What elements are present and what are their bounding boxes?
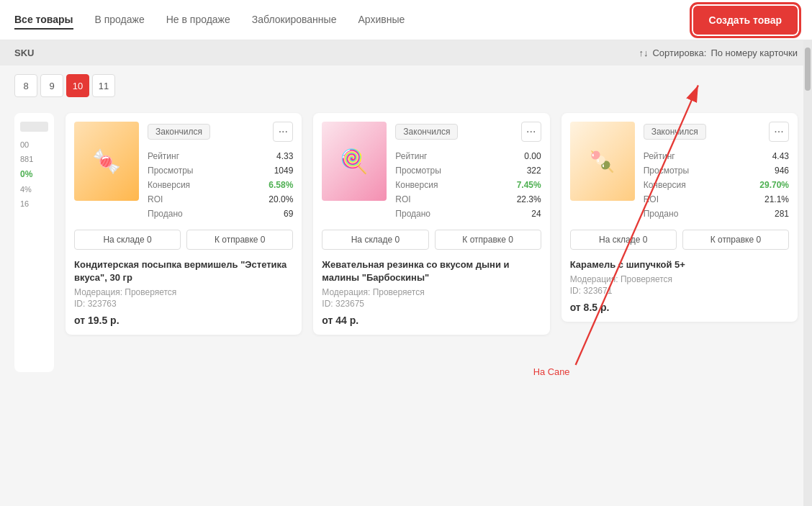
stat-rating-2: Рейтинг 0.00 <box>395 149 541 163</box>
scrollbar[interactable] <box>803 40 812 506</box>
sort-control[interactable]: ↑↓ Сортировка: По номеру карточки <box>639 48 798 58</box>
stub-text-4: 4% <box>20 185 48 194</box>
sku-label: SKU <box>14 48 34 58</box>
roi-value-2: 22.3% <box>517 194 541 204</box>
tab-not-on-sale[interactable]: Не в продаже <box>166 11 230 30</box>
page-10[interactable]: 10 <box>66 74 89 97</box>
sort-icon: ↑↓ <box>639 48 648 58</box>
conversion-label-2: Конверсия <box>395 180 438 190</box>
conversion-label-1: Конверсия <box>148 180 190 190</box>
tab-on-sale[interactable]: В продаже <box>95 11 145 30</box>
product-name-1: Кондитерская посыпка вермишель "Эстетика… <box>74 258 293 284</box>
product-price-2: от 44 р. <box>322 315 541 326</box>
pagination: 8 9 10 11 <box>0 65 812 106</box>
product-id-2: ID: 323675 <box>322 299 541 309</box>
sold-label-3: Продано <box>644 209 679 219</box>
sort-label: Сортировка: <box>652 48 706 58</box>
card-header-1: Закончился ··· <box>148 122 293 142</box>
status-badge-1: Закончился <box>148 124 210 140</box>
stat-rating-3: Рейтинг 4.43 <box>644 149 789 163</box>
create-product-button[interactable]: Создать товар <box>693 6 798 35</box>
more-button-2[interactable]: ··· <box>521 122 541 142</box>
page-11[interactable]: 11 <box>92 74 115 97</box>
product-image-2 <box>322 122 387 201</box>
sold-value-2: 24 <box>531 209 541 219</box>
rating-value-3: 4.43 <box>772 151 789 161</box>
page-8[interactable]: 8 <box>14 74 37 97</box>
scrollbar-thumb[interactable] <box>805 48 811 91</box>
warehouse-row-2: На складе 0 К отправке 0 <box>322 230 541 250</box>
stub-text-2: 881 <box>20 155 48 163</box>
stat-roi-2: ROI 22.3% <box>395 192 541 207</box>
card-top-2: Закончился ··· Рейтинг 0.00 Просмотры 32… <box>322 122 541 221</box>
left-stub-column: 00 881 0% 4% 16 <box>14 113 54 372</box>
product-id-3: ID: 323671 <box>570 286 789 296</box>
more-button-1[interactable]: ··· <box>273 122 293 142</box>
roi-value-1: 20.0% <box>269 194 293 204</box>
roi-label-2: ROI <box>395 194 410 204</box>
warehouse-button-3[interactable]: На складе 0 <box>570 230 677 250</box>
product-price-1: от 19.5 р. <box>74 315 293 326</box>
sold-value-1: 69 <box>284 209 293 219</box>
sort-bar: SKU ↑↓ Сортировка: По номеру карточки <box>0 40 812 65</box>
moderation-text-2: Модерация: Проверяется <box>322 287 541 297</box>
products-area: 00 881 0% 4% 16 Закончился ··· Рей <box>0 106 812 387</box>
moderation-text-3: Модерация: Проверяется <box>570 274 789 284</box>
views-value-2: 322 <box>527 166 541 176</box>
stat-rating-1: Рейтинг 4.33 <box>148 149 293 163</box>
stat-conversion-3: Конверсия 29.70% <box>644 178 789 192</box>
page-9[interactable]: 9 <box>40 74 63 97</box>
stat-sold-3: Продано 281 <box>644 207 789 221</box>
card-stats-3: Закончился ··· Рейтинг 4.43 Просмотры 94… <box>644 122 789 221</box>
roi-value-3: 21.1% <box>764 194 789 204</box>
more-button-3[interactable]: ··· <box>769 122 789 142</box>
rating-label-2: Рейтинг <box>395 151 427 161</box>
conversion-value-2: 7.45% <box>517 180 541 190</box>
status-badge-3: Закончился <box>644 124 706 140</box>
top-nav: Все товары В продаже Не в продаже Заблок… <box>0 0 812 40</box>
tab-all[interactable]: Все товары <box>14 11 73 30</box>
warehouse-button-2[interactable]: На складе 0 <box>322 230 428 250</box>
rating-label-1: Рейтинг <box>148 151 179 161</box>
nav-tabs: Все товары В продаже Не в продаже Заблок… <box>14 11 693 30</box>
views-value-1: 1049 <box>274 166 294 176</box>
rating-value-2: 0.00 <box>524 151 541 161</box>
tab-blocked[interactable]: Заблокированные <box>252 11 337 30</box>
tab-archive[interactable]: Архивные <box>358 11 405 30</box>
stat-sold-2: Продано 24 <box>395 207 541 221</box>
product-image-1 <box>74 122 139 201</box>
stub-text-1: 00 <box>20 140 48 149</box>
card-top-3: Закончился ··· Рейтинг 4.43 Просмотры 94… <box>570 122 789 221</box>
warehouse-row-1: На складе 0 К отправке 0 <box>74 230 293 250</box>
card-stats-1: Закончился ··· Рейтинг 4.33 Просмотры 10… <box>148 122 293 221</box>
product-name-3: Карамель с шипучкой 5+ <box>570 258 789 271</box>
main-content: SKU ↑↓ Сортировка: По номеру карточки 8 … <box>0 40 812 506</box>
shipping-button-1[interactable]: К отправке 0 <box>186 230 293 250</box>
stub-line-1 <box>20 122 48 132</box>
views-value-3: 946 <box>775 166 789 176</box>
card-top-1: Закончился ··· Рейтинг 4.33 Просмотры 10… <box>74 122 293 221</box>
page-wrapper: Все товары В продаже Не в продаже Заблок… <box>0 0 812 506</box>
views-label-2: Просмотры <box>395 166 441 176</box>
stat-sold-1: Продано 69 <box>148 207 293 221</box>
product-card-1: Закончился ··· Рейтинг 4.33 Просмотры 10… <box>66 113 302 335</box>
sold-value-3: 281 <box>775 209 789 219</box>
sold-label-2: Продано <box>395 209 430 219</box>
roi-label-1: ROI <box>148 194 163 204</box>
card-stats-2: Закончился ··· Рейтинг 0.00 Просмотры 32… <box>395 122 541 221</box>
moderation-text-1: Модерация: Проверяется <box>74 287 293 297</box>
card-header-2: Закончился ··· <box>395 122 541 142</box>
stub-text-3: 0% <box>20 169 48 179</box>
conversion-label-3: Конверсия <box>644 180 686 190</box>
shipping-button-2[interactable]: К отправке 0 <box>435 230 541 250</box>
product-card-2: Закончился ··· Рейтинг 0.00 Просмотры 32… <box>313 113 549 335</box>
product-card-3: Закончился ··· Рейтинг 4.43 Просмотры 94… <box>561 113 798 322</box>
shipping-button-3[interactable]: К отправке 0 <box>682 230 789 250</box>
rating-label-3: Рейтинг <box>644 151 675 161</box>
warehouse-button-1[interactable]: На складе 0 <box>74 230 181 250</box>
conversion-value-1: 6.58% <box>269 180 293 190</box>
roi-label-3: ROI <box>644 194 659 204</box>
sort-value: По номеру карточки <box>710 48 798 58</box>
conversion-value-3: 29.70% <box>759 180 789 190</box>
stat-views-1: Просмотры 1049 <box>148 163 293 178</box>
